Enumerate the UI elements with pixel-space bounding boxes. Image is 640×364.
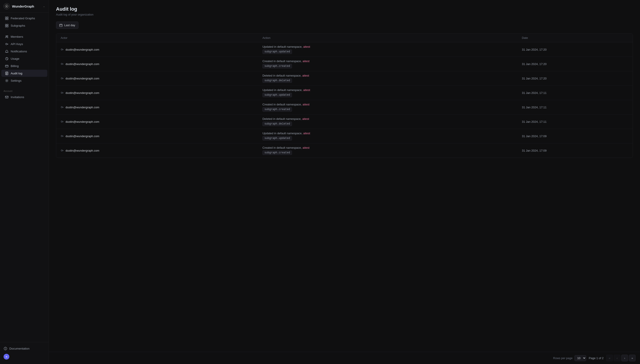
sidebar-item-notifications[interactable]: Notifications <box>1 48 47 55</box>
table-header: Actor Action Date <box>56 34 633 42</box>
actor-email: dustin@wundergraph.com <box>66 149 99 152</box>
action-badge: subgraph.deleted <box>263 122 292 126</box>
actor-key-icon <box>61 120 64 123</box>
action-text: Deleted in default namespace, aitest <box>263 117 513 120</box>
action-text: Deleted in default namespace, aitest <box>263 74 513 77</box>
sidebar-logo[interactable]: WunderGraph ⌄ <box>0 0 49 13</box>
last-page-button[interactable]: » <box>629 355 635 361</box>
table-row: dustin@wundergraph.com Deleted in defaul… <box>56 114 633 129</box>
action-text: Updated in default namespace, aitest <box>263 88 513 92</box>
usage-icon <box>5 57 9 60</box>
table-row: dustin@wundergraph.com Created in defaul… <box>56 144 633 158</box>
action-name: aitest <box>302 74 309 77</box>
date-cell: 31 Jan 2024, 17:09 <box>517 144 633 158</box>
date-cell: 31 Jan 2024, 17:20 <box>517 71 633 86</box>
users-icon <box>5 35 9 38</box>
table-row: dustin@wundergraph.com Created in defaul… <box>56 57 633 71</box>
billing-icon <box>5 64 9 68</box>
actor-key-icon <box>61 77 64 80</box>
actor-cell: dustin@wundergraph.com <box>61 106 254 109</box>
actor-key-icon <box>61 134 64 138</box>
user-profile[interactable]: n <box>0 352 49 361</box>
svg-rect-14 <box>5 65 8 67</box>
svg-rect-9 <box>7 26 8 27</box>
svg-rect-17 <box>5 96 8 98</box>
action-badge: subgraph.updated <box>263 50 292 54</box>
avatar: n <box>4 354 9 360</box>
account-section-label: Account <box>0 88 49 93</box>
svg-rect-8 <box>5 26 7 27</box>
date-filter-button[interactable]: Last day <box>56 22 78 29</box>
org-section: Members API Keys Notifications <box>0 31 49 86</box>
rows-per-page-select[interactable]: 10 20 50 <box>574 355 586 361</box>
bell-icon <box>5 50 9 53</box>
date-cell: 31 Jan 2024, 17:11 <box>517 86 633 100</box>
first-page-button[interactable]: « <box>606 355 613 361</box>
table-row: dustin@wundergraph.com Updated in defaul… <box>56 86 633 100</box>
actor-cell: dustin@wundergraph.com <box>61 149 254 152</box>
audit-log-label: Audit log <box>11 72 23 75</box>
action-name: aitest <box>303 60 310 63</box>
calendar-icon <box>59 24 62 27</box>
next-page-button[interactable]: › <box>621 355 628 361</box>
key-icon <box>5 42 9 46</box>
svg-point-10 <box>6 36 7 36</box>
actor-email: dustin@wundergraph.com <box>66 120 99 124</box>
action-text: Created in default namespace, aitest <box>263 60 513 63</box>
prev-page-button[interactable]: ‹ <box>614 355 620 361</box>
sidebar-item-members[interactable]: Members <box>1 33 47 40</box>
action-cell: Created in default namespace, aitest sub… <box>263 103 513 112</box>
action-cell: Updated in default namespace, aitest sub… <box>263 88 513 97</box>
actor-cell: dustin@wundergraph.com <box>61 77 254 80</box>
content-area: Audit log Audit log of your organization… <box>49 0 640 352</box>
grid-icon <box>5 16 9 20</box>
chevron-icon: ⌄ <box>43 5 45 8</box>
sidebar-item-federated-graphs[interactable]: Federated Graphs <box>1 15 47 22</box>
action-name: aitest <box>303 45 310 48</box>
sidebar-item-audit-log[interactable]: Audit log <box>1 70 47 77</box>
filter-label: Last day <box>64 24 75 27</box>
action-text: Updated in default namespace, aitest <box>263 45 513 48</box>
rows-per-page: Rows per page 10 20 50 <box>553 355 586 361</box>
sidebar: WunderGraph ⌄ Federated Graphs <box>0 0 49 364</box>
svg-rect-7 <box>7 24 8 26</box>
audit-log-table-container: Actor Action Date dustin@wundergraph.com <box>56 33 633 158</box>
actor-email: dustin@wundergraph.com <box>66 48 99 51</box>
audit-log-table: Actor Action Date dustin@wundergraph.com <box>56 34 633 158</box>
billing-label: Billing <box>11 64 19 68</box>
page-info: Page 1 of 2 <box>589 356 604 360</box>
actor-key-icon <box>61 48 64 51</box>
sidebar-item-usage[interactable]: Usage <box>1 55 47 62</box>
page-title: Audit log <box>56 6 633 12</box>
docs-link[interactable]: Documentation <box>0 345 49 352</box>
sidebar-item-api-keys[interactable]: API Keys <box>1 40 47 48</box>
action-text: Created in default namespace, aitest <box>263 146 513 149</box>
actor-email: dustin@wundergraph.com <box>66 91 99 94</box>
members-label: Members <box>11 35 23 38</box>
actor-key-icon <box>61 106 64 109</box>
sidebar-item-invitations[interactable]: Invitations <box>1 94 47 100</box>
sidebar-item-billing[interactable]: Billing <box>1 62 47 70</box>
action-name: aitest <box>303 88 310 92</box>
sidebar-item-settings[interactable]: Settings <box>1 77 47 84</box>
table-row: dustin@wundergraph.com Created in defaul… <box>56 100 633 114</box>
table-body: dustin@wundergraph.com Updated in defaul… <box>56 42 633 158</box>
actor-key-icon <box>61 62 64 66</box>
app-name: WunderGraph <box>12 4 41 8</box>
svg-rect-4 <box>5 18 7 20</box>
action-badge: subgraph.deleted <box>263 78 292 83</box>
actor-cell: dustin@wundergraph.com <box>61 62 254 66</box>
date-cell: 31 Jan 2024, 17:11 <box>517 100 633 114</box>
settings-icon <box>5 79 9 82</box>
svg-rect-2 <box>5 17 7 18</box>
page-subtitle: Audit log of your organization <box>56 13 633 16</box>
sidebar-item-subgraphs[interactable]: Subgraphs <box>1 22 47 29</box>
page-header: Audit log Audit log of your organization <box>56 6 633 16</box>
actor-key-icon <box>61 149 64 152</box>
subgraphs-label: Subgraphs <box>11 24 25 27</box>
mail-icon <box>5 95 9 99</box>
action-name: aitest <box>303 146 310 149</box>
date-cell: 31 Jan 2024, 17:11 <box>517 114 633 129</box>
action-cell: Deleted in default namespace, aitest sub… <box>263 117 513 126</box>
federated-graphs-label: Federated Graphs <box>11 17 35 20</box>
